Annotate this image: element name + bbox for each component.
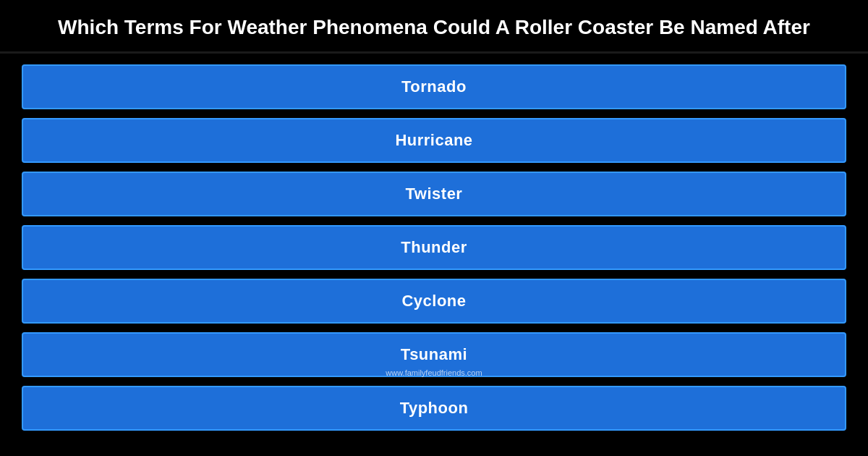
answer-row-7[interactable]: www.familyfeudfriends.com Typhoon — [22, 386, 846, 431]
page-title: Which Terms For Weather Phenomena Could … — [22, 14, 846, 41]
answer-text-7: Typhoon — [400, 399, 469, 417]
answer-row-5[interactable]: Cyclone — [22, 279, 846, 324]
answer-text-2: Hurricane — [395, 131, 472, 149]
answer-row-1[interactable]: Tornado — [22, 64, 846, 109]
answer-text-3: Twister — [406, 185, 463, 203]
content-area: Tornado Hurricane Twister Thunder Cyclon… — [0, 54, 868, 442]
answer-text-4: Thunder — [401, 238, 467, 256]
answer-row-3[interactable]: Twister — [22, 172, 846, 216]
answer-text-6: Tsunami — [401, 345, 467, 363]
answer-row-2[interactable]: Hurricane — [22, 118, 846, 163]
watermark-text: www.familyfeudfriends.com — [386, 368, 482, 377]
answer-text-1: Tornado — [401, 77, 467, 96]
answer-text-5: Cyclone — [401, 292, 466, 310]
header: Which Terms For Weather Phenomena Could … — [0, 0, 868, 54]
answer-row-4[interactable]: Thunder — [22, 225, 846, 270]
